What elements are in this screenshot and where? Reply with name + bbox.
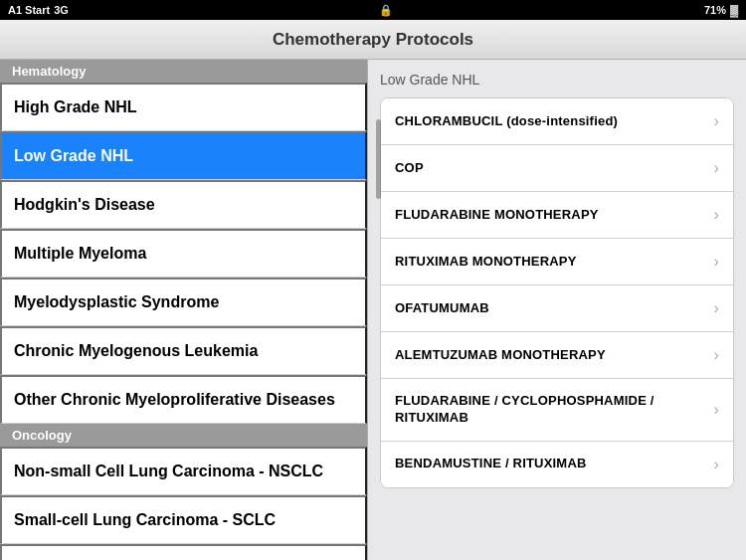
protocol-label-fludarabine-cyclo: FLUDARABINE / CYCLOPHOSPHAMIDE / RITUXIM…: [395, 393, 713, 427]
sidebar-item-myelodysplastic-syndrome[interactable]: Myelodysplastic Syndrome: [0, 278, 367, 326]
chevron-right-icon: ›: [713, 159, 719, 177]
protocol-label-bendamustine-ritu: BENDAMUSTINE / RITUXIMAB: [395, 456, 713, 472]
title-bar: Chemotherapy Protocols: [0, 20, 746, 60]
protocol-item-fludarabine-cyclo[interactable]: FLUDARABINE / CYCLOPHOSPHAMIDE / RITUXIM…: [381, 379, 733, 442]
status-bar: A1 Start 3G 🔒 71% ▓: [0, 0, 746, 20]
status-right: 71% ▓: [704, 4, 738, 16]
protocol-label-ofatumumab: OFATUMUMAB: [395, 300, 713, 317]
sidebar-item-mesothelioma[interactable]: Mesothelioma: [0, 544, 367, 560]
sidebar-item-other-chronic-myeloproliferative[interactable]: Other Chronic Myeloproliferative Disease…: [0, 375, 367, 424]
scroll-indicator: [376, 119, 381, 199]
chevron-right-icon: ›: [713, 112, 719, 130]
chevron-right-icon: ›: [713, 456, 719, 473]
protocol-label-rituximab-mono: RITUXIMAB MONOTHERAPY: [395, 254, 713, 271]
right-panel: Low Grade NHL CHLORAMBUCIL (dose-intensi…: [368, 60, 746, 560]
carrier-label: A1 Start: [8, 4, 50, 16]
right-panel-title: Low Grade NHL: [380, 72, 734, 88]
page-title: Chemotherapy Protocols: [273, 30, 473, 50]
left-panel: HematologyHigh Grade NHLLow Grade NHLHod…: [0, 60, 368, 560]
sidebar-item-multiple-myeloma[interactable]: Multiple Myeloma: [0, 229, 367, 278]
chevron-right-icon: ›: [713, 206, 719, 224]
sidebar-item-hodgkins-disease[interactable]: Hodgkin's Disease: [0, 180, 367, 229]
protocol-label-alemtuzumab-mono: ALEMTUZUMAB MONOTHERAPY: [395, 347, 713, 364]
sidebar-item-non-small-cell-lung[interactable]: Non-small Cell Lung Carcinoma - NSCLC: [0, 447, 367, 495]
sidebar-item-high-grade-nhl[interactable]: High Grade NHL: [0, 83, 367, 131]
section-header-hematology: Hematology: [0, 60, 367, 83]
protocol-item-ofatumumab[interactable]: OFATUMUMAB›: [381, 285, 733, 332]
protocol-item-bendamustine-ritu[interactable]: BENDAMUSTINE / RITUXIMAB›: [381, 442, 733, 487]
protocol-list: CHLORAMBUCIL (dose-intensified)›COP›FLUD…: [380, 97, 734, 488]
sidebar-item-small-cell-lung[interactable]: Small-cell Lung Carcinoma - SCLC: [0, 495, 367, 544]
protocol-item-rituximab-mono[interactable]: RITUXIMAB MONOTHERAPY›: [381, 239, 733, 285]
lock-icon: 🔒: [379, 4, 393, 17]
battery-label: 71%: [704, 4, 726, 16]
protocol-label-cop: COP: [395, 160, 713, 177]
chevron-right-icon: ›: [713, 253, 719, 271]
main-container: HematologyHigh Grade NHLLow Grade NHLHod…: [0, 60, 746, 560]
chevron-right-icon: ›: [713, 346, 719, 364]
protocol-label-fludarabine-mono: FLUDARABINE MONOTHERAPY: [395, 207, 713, 224]
protocol-label-chlorambucil: CHLORAMBUCIL (dose-intensified): [395, 113, 713, 130]
sidebar-item-low-grade-nhl[interactable]: Low Grade NHL: [0, 131, 367, 180]
protocol-item-alemtuzumab-mono[interactable]: ALEMTUZUMAB MONOTHERAPY›: [381, 332, 733, 379]
protocol-item-chlorambucil[interactable]: CHLORAMBUCIL (dose-intensified)›: [381, 98, 733, 145]
status-left: A1 Start 3G: [8, 4, 69, 16]
chevron-right-icon: ›: [713, 401, 719, 419]
network-label: 3G: [54, 4, 69, 16]
section-header-oncology: Oncology: [0, 424, 367, 447]
sidebar-item-chronic-myelogenous-leukemia[interactable]: Chronic Myelogenous Leukemia: [0, 326, 367, 375]
chevron-right-icon: ›: [713, 299, 719, 317]
battery-icon: ▓: [730, 4, 738, 16]
protocol-item-fludarabine-mono[interactable]: FLUDARABINE MONOTHERAPY›: [381, 192, 733, 239]
protocol-item-cop[interactable]: COP›: [381, 145, 733, 192]
